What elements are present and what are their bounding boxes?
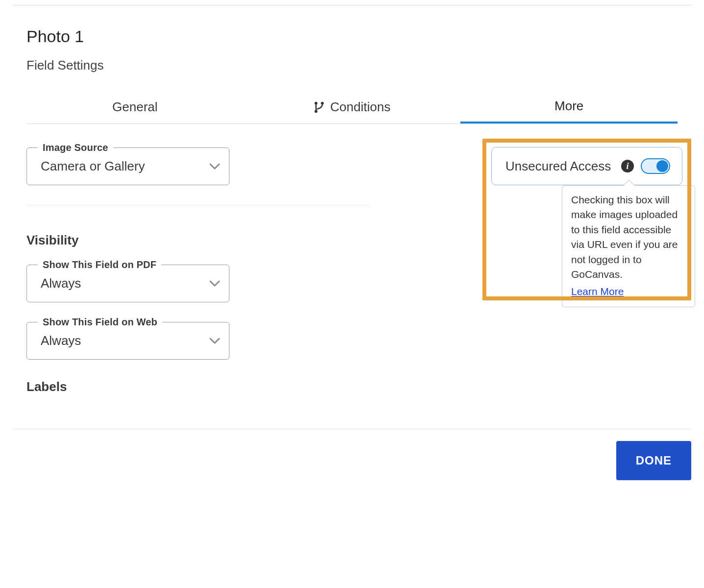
- branch-icon: [314, 101, 325, 114]
- tab-conditions-label: Conditions: [330, 99, 391, 115]
- done-button[interactable]: DONE: [616, 441, 691, 480]
- unsecured-access-label: Unsecured Access: [505, 159, 614, 174]
- image-source-value: Camera or Gallery: [41, 159, 145, 174]
- svg-point-2: [314, 110, 317, 113]
- image-source-field: Image Source Camera or Gallery: [26, 147, 229, 185]
- page-subtitle: Field Settings: [26, 58, 678, 73]
- unsecured-access-card: Unsecured Access i: [491, 147, 682, 185]
- unsecured-access-tooltip: Checking this box will make images uploa…: [562, 185, 695, 307]
- page-title: Photo 1: [26, 27, 678, 46]
- tab-conditions[interactable]: Conditions: [244, 90, 461, 123]
- tab-general[interactable]: General: [26, 90, 244, 123]
- divider: [26, 205, 370, 205]
- tab-bar: General Conditions More: [26, 90, 678, 124]
- tooltip-text: Checking this box will make images uploa…: [571, 194, 678, 280]
- labels-title: Labels: [26, 379, 678, 394]
- show-on-pdf-field: Show This Field on PDF Always: [26, 265, 229, 302]
- unsecured-access-toggle[interactable]: [641, 158, 670, 174]
- tab-more[interactable]: More: [460, 90, 678, 123]
- image-source-select[interactable]: Camera or Gallery: [41, 159, 220, 174]
- show-on-web-select[interactable]: Always: [41, 333, 220, 348]
- svg-point-1: [321, 101, 324, 104]
- svg-point-0: [314, 101, 317, 104]
- chevron-down-icon: [209, 338, 220, 344]
- footer-bar: DONE: [13, 429, 691, 480]
- tab-general-label: General: [112, 99, 158, 115]
- show-on-web-field: Show This Field on Web Always: [26, 322, 229, 360]
- learn-more-link[interactable]: Learn More: [571, 284, 624, 299]
- chevron-down-icon: [209, 280, 220, 287]
- show-on-web-value: Always: [41, 333, 81, 348]
- info-icon[interactable]: i: [621, 160, 634, 172]
- tab-more-label: More: [554, 98, 583, 114]
- toggle-knob: [656, 160, 668, 172]
- chevron-down-icon: [209, 163, 220, 170]
- show-on-pdf-legend: Show This Field on PDF: [38, 259, 161, 270]
- show-on-pdf-value: Always: [41, 276, 81, 291]
- show-on-pdf-select[interactable]: Always: [41, 276, 220, 291]
- image-source-legend: Image Source: [38, 142, 113, 153]
- show-on-web-legend: Show This Field on Web: [38, 317, 162, 328]
